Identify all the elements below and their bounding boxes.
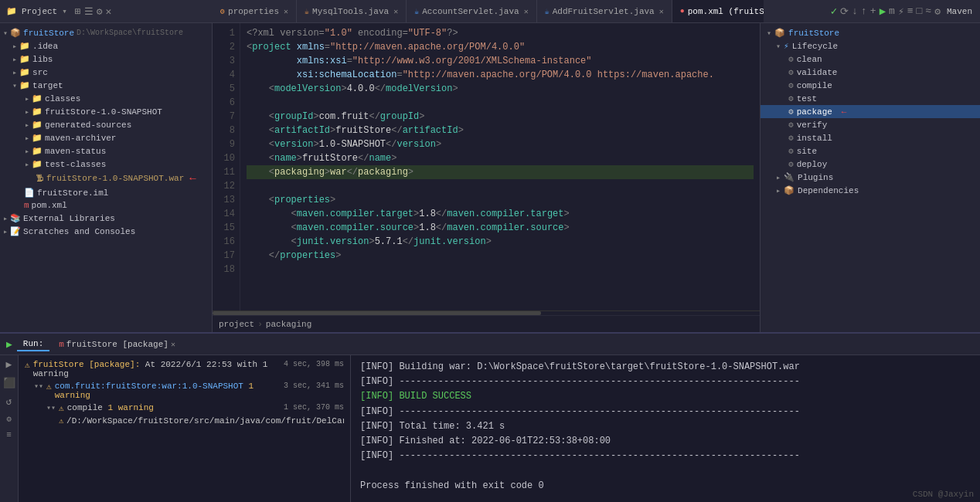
folder-icon: 📁: [19, 80, 30, 90]
gear-icon[interactable]: ⚙: [934, 5, 941, 18]
side-icons: ▶ ⬛ ↺ ⚙ ≡: [0, 355, 19, 502]
layout-icon[interactable]: ⊞: [75, 5, 81, 18]
maven-tree: 📦 fruitStore ⚡ Lifecycle ⚙ clean ⚙ valid…: [761, 23, 980, 332]
tree-item-scratches[interactable]: 📝 Scratches and Consoles: [0, 225, 212, 238]
filter-icon[interactable]: ⚙: [6, 414, 12, 424]
project-selector[interactable]: 📁 Project ▾ ⊞ ☰ ⚙ ✕: [0, 5, 213, 18]
tree-item-target[interactable]: 📁 target: [0, 79, 212, 92]
console-line-5: [INFO] Total time: 3.421 s: [360, 419, 971, 434]
tree-item-classes[interactable]: 📁 classes: [0, 92, 212, 105]
breadcrumb-project[interactable]: project: [219, 320, 254, 329]
run-console[interactable]: [INFO] Building war: D:\WorkSpace\fruitS…: [351, 355, 980, 502]
maven-item-install[interactable]: ⚙ install: [761, 131, 980, 144]
run-item-3[interactable]: ▾ ⚠ compile 1 warning 1 sec, 370 ms: [19, 402, 350, 415]
structure-icon[interactable]: ☰: [84, 5, 94, 18]
close-panel-icon[interactable]: ✕: [106, 5, 112, 18]
tree-item-pomxml[interactable]: m pom.xml: [0, 199, 212, 212]
tab-close-icon[interactable]: ✕: [524, 7, 529, 16]
scroll-icon[interactable]: ≡: [6, 430, 12, 439]
tab-run[interactable]: Run:: [17, 337, 49, 351]
maven-tab-icon: m: [59, 340, 64, 349]
run-tab-pill-fruitstore[interactable]: m fruitStore [package] ✕: [54, 340, 180, 349]
expand-icon: [767, 29, 771, 38]
tab-close-icon[interactable]: ✕: [659, 7, 664, 16]
tree-item-test-classes[interactable]: 📁 test-classes: [0, 158, 212, 171]
tree-item-src[interactable]: 📁 src: [0, 66, 212, 79]
maven-item-validate[interactable]: ⚙ validate: [761, 66, 980, 79]
tree-item-iml[interactable]: 📄 fruitStore.iml: [0, 186, 212, 199]
top-bar: 📁 Project ▾ ⊞ ☰ ⚙ ✕ ⚙ properties ✕ ☕ Mys…: [0, 0, 980, 23]
maven-item-deploy[interactable]: ⚙ deploy: [761, 158, 980, 171]
window-icon[interactable]: □: [917, 5, 923, 17]
rerun-icon[interactable]: ↺: [6, 395, 12, 408]
maven-item-plugins[interactable]: 🔌 Plugins: [761, 171, 980, 184]
expand-icon: [12, 42, 17, 51]
tree-label: .idea: [32, 42, 58, 51]
code-line-1: <?xml version="1.0" encoding="UTF-8"?>: [247, 26, 754, 40]
stop-icon[interactable]: ⬛: [3, 377, 15, 389]
project-folder-icon: 📦: [10, 28, 21, 38]
warn-icon: ⚠: [59, 403, 64, 413]
console-line-8: [360, 463, 971, 478]
tree-item-war-file[interactable]: 🗜 fruitStore-1.0-SNAPSHOT.war ←: [0, 171, 212, 186]
maven-run-icon[interactable]: m: [889, 5, 895, 17]
reload-icon[interactable]: ⟳: [840, 5, 849, 18]
maven-item-dependencies[interactable]: 📦 Dependencies: [761, 184, 980, 197]
download-icon[interactable]: ↓: [852, 5, 858, 17]
maven-file-icon: m: [24, 201, 29, 210]
tab-properties[interactable]: ⚙ properties ✕: [213, 0, 297, 22]
run-icon[interactable]: ▶: [880, 5, 886, 18]
red-arrow-icon: ←: [842, 107, 847, 117]
breadcrumb-packaging[interactable]: packaging: [266, 320, 311, 329]
maven-item-package[interactable]: ⚙ package ←: [761, 105, 980, 118]
tab-accountservlet[interactable]: ☕ AccountServlet.java ✕: [407, 0, 536, 22]
checkmark-icon[interactable]: ✓: [831, 5, 837, 18]
maven-item-verify[interactable]: ⚙ verify: [761, 118, 980, 131]
tab-label: properties: [228, 7, 279, 16]
action-toolbar: ✓ ⟳ ↓ ↑ + ▶ m ⚡ ≡ □ ≈ ⚙ Maven: [764, 5, 980, 18]
horizontal-scrollbar[interactable]: [213, 310, 760, 315]
code-line-2: <project xmlns="http://maven.apache.org/…: [247, 40, 754, 54]
tab-mysqltools[interactable]: ☕ MysqlTools.java ✕: [297, 0, 407, 22]
run-item-1[interactable]: ⚠ fruitStore [package]: At 2022/6/1 22:5…: [19, 358, 350, 380]
tree-item-libs[interactable]: 📁 libs: [0, 53, 212, 66]
maven-item-clean[interactable]: ⚙ clean: [761, 53, 980, 66]
wave-icon[interactable]: ≈: [925, 5, 931, 17]
tree-item-maven-archiver[interactable]: 📁 maven-archiver: [0, 131, 212, 144]
tree-item-maven-status[interactable]: 📁 maven-status: [0, 144, 212, 158]
code-view[interactable]: <?xml version="1.0" encoding="UTF-8"?> <…: [240, 23, 760, 310]
upload-icon[interactable]: ↑: [861, 5, 867, 17]
project-label[interactable]: Project: [22, 7, 57, 16]
add-icon[interactable]: +: [870, 5, 876, 17]
tree-item-external-libs[interactable]: 📚 External Libraries: [0, 212, 212, 225]
run-action-icon[interactable]: ▶: [6, 358, 12, 371]
tab-close-icon[interactable]: ✕: [284, 7, 288, 16]
maven-item-lifecycle[interactable]: ⚡ Lifecycle: [761, 39, 980, 53]
watermark: CSDN @Jaxyin: [913, 490, 974, 499]
maven-item-test[interactable]: ⚙ test: [761, 92, 980, 105]
code-line-13: <properties>: [247, 193, 754, 207]
chevron-down-icon: ▾: [62, 6, 67, 16]
tree-item-snapshot-dir[interactable]: 📁 fruitStore-1.0-SNAPSHOT: [0, 105, 212, 118]
maven-label: Dependencies: [798, 186, 859, 195]
tree-item-idea[interactable]: 📁 .idea: [0, 39, 212, 53]
run-tab-close[interactable]: ✕: [171, 340, 175, 349]
tree-item-fruitstore[interactable]: 📦 fruitStore D:\WorkSpace\fruitStore: [0, 26, 212, 39]
scratches-icon: 📝: [10, 226, 21, 236]
list-icon[interactable]: ≡: [907, 5, 914, 17]
tree-item-generated[interactable]: 📁 generated-sources: [0, 118, 212, 131]
maven-item-site[interactable]: ⚙ site: [761, 144, 980, 158]
expand-icon: [12, 68, 17, 77]
run-item-4[interactable]: ⚠ /D:/WorkSpace/fruitStore/src/main/java…: [19, 415, 350, 427]
lightning-icon[interactable]: ⚡: [898, 5, 904, 18]
tab-addfruitservlet[interactable]: ☕ AddFruitServlet.java ✕: [537, 0, 672, 22]
tab-close-icon[interactable]: ✕: [393, 7, 398, 16]
code-line-11: <packaging>war</packaging>: [247, 165, 754, 179]
maven-item-compile[interactable]: ⚙ compile: [761, 79, 980, 92]
maven-item-fruitstore[interactable]: 📦 fruitStore: [761, 26, 980, 39]
tab-pomxml[interactable]: ● pom.xml (fruitStore) ✕: [672, 0, 764, 22]
console-line-1: [INFO] Building war: D:\WorkSpace\fruitS…: [360, 360, 971, 375]
settings-icon[interactable]: ⚙: [97, 5, 103, 18]
run-item-time: 3 sec, 341 ms: [284, 382, 344, 390]
run-item-2[interactable]: ▾ ⚠ com.fruit:fruitStore:war:1.0-SNAPSHO…: [19, 380, 350, 402]
